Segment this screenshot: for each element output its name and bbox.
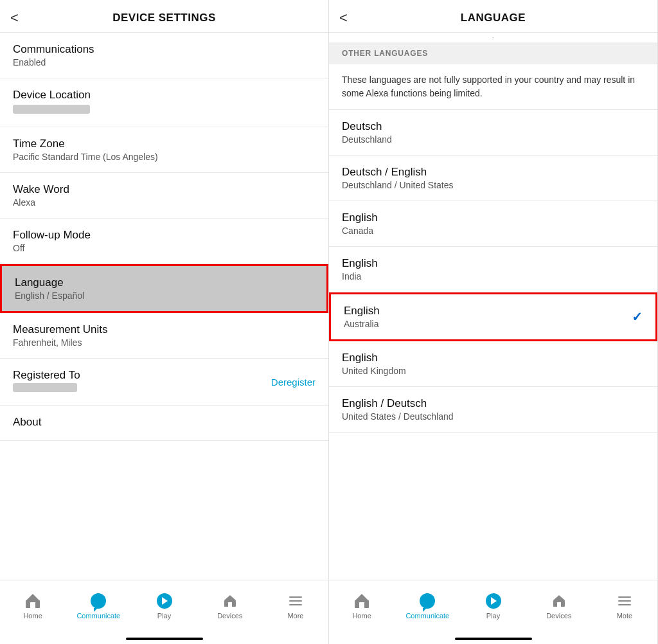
lang-english-uk-sub: United Kingdom [342,366,406,376]
communications-title: Communications [13,43,316,56]
device-location-title: Device Location [13,89,316,102]
settings-item-measurement-units[interactable]: Measurement Units Fahrenheit, Miles [0,313,328,359]
back-button-left[interactable]: < [10,10,19,26]
settings-item-wake-word[interactable]: Wake Word Alexa [0,173,328,219]
settings-item-language[interactable]: Language English / Español [0,264,328,313]
settings-item-about[interactable]: About [0,406,328,441]
lang-item-deutsch-english[interactable]: Deutsch / English Deutschland / United S… [329,156,657,201]
nav-devices-left[interactable]: Devices [197,593,263,620]
lang-english-australia-title: English [344,305,380,318]
nav-play-label-left: Play [157,612,171,620]
checkmark-icon: ✓ [632,309,643,325]
bottom-nav-left: Home Communicate Play Devices [0,580,328,638]
nav-home-label-left: Home [23,612,42,620]
settings-item-communications[interactable]: Communications Enabled [0,33,328,78]
nav-more-left[interactable]: More [263,593,328,620]
svg-rect-11 [557,602,561,607]
lang-english-canada-title: English [342,211,378,224]
language-title-header: LANGUAGE [461,12,526,24]
lang-item-english-india[interactable]: English India [329,247,657,292]
wake-word-title: Wake Word [13,183,316,196]
communications-subtitle: Enabled [13,57,316,67]
registered-to-value [13,383,77,392]
wake-word-subtitle: Alexa [13,197,316,208]
nav-home-right[interactable]: Home [329,593,395,620]
time-zone-subtitle: Pacific Standard Time (Los Angeles) [13,152,316,162]
device-settings-header: < DEVICE SETTINGS [0,0,328,33]
language-header: < LANGUAGE [329,0,657,33]
lang-english-deutsch-title: English / Deutsch [342,397,454,410]
other-languages-desc: These languages are not fully supported … [329,64,657,110]
communicate-icon-left [90,593,107,609]
svg-rect-2 [30,602,35,608]
about-title: About [13,416,316,429]
time-zone-title: Time Zone [13,138,316,150]
nav-devices-label-right: Devices [546,612,571,620]
lang-english-india-sub: India [342,271,378,282]
nav-play-right[interactable]: Play [460,593,526,620]
deregister-button[interactable]: Deregister [271,377,316,388]
more-icon-left [287,593,304,609]
measurement-units-subtitle: Fahrenheit, Miles [13,337,316,348]
nav-play-left[interactable]: Play [131,593,197,620]
nav-devices-right[interactable]: Devices [526,593,592,620]
svg-marker-1 [26,594,40,601]
nav-home-left[interactable]: Home [0,593,66,620]
home-bar-right [455,638,532,640]
devices-icon-right [551,593,567,609]
lang-deutsch-title: Deutsch [342,120,392,133]
lang-deutsch-english-title: Deutsch / English [342,166,454,179]
lang-deutsch-english-sub: Deutschland / United States [342,180,454,190]
svg-rect-5 [228,602,232,607]
nav-communicate-right[interactable]: Communicate [395,593,460,620]
nav-devices-label-left: Devices [217,612,242,620]
measurement-units-title: Measurement Units [13,323,316,336]
language-content: OTHER LANGUAGES These languages are not … [329,42,657,580]
other-languages-header: OTHER LANGUAGES [329,42,657,64]
communicate-icon-right [419,593,436,609]
lang-item-english-australia[interactable]: English Australia ✓ [329,292,657,341]
nav-communicate-label-left: Communicate [76,612,120,620]
home-bar-left [126,638,203,640]
language-subtitle: English / Español [15,291,314,301]
dot-indicator: · [329,33,657,42]
settings-item-time-zone[interactable]: Time Zone Pacific Standard Time (Los Ang… [0,127,328,173]
svg-marker-10 [553,595,565,600]
home-icon-left [24,593,41,609]
lang-item-deutsch[interactable]: Deutsch Deutschland [329,110,657,156]
nav-more-label-left: More [287,612,303,620]
device-settings-title: DEVICE SETTINGS [112,12,216,24]
nav-play-label-right: Play [486,612,500,620]
svg-marker-4 [224,595,236,600]
play-icon-right [485,593,502,609]
nav-more-label-right: Mote [617,612,632,620]
lang-deutsch-sub: Deutschland [342,134,392,145]
device-location-subtitle [13,105,90,114]
lang-item-english-deutsch[interactable]: English / Deutsch United States / Deutsc… [329,387,657,433]
settings-item-registered-to[interactable]: Registered To Deregister [0,359,328,406]
settings-item-follow-up-mode[interactable]: Follow-up Mode Off [0,219,328,264]
home-icon-right [353,593,370,609]
device-settings-content: Communications Enabled Device Location T… [0,33,328,580]
lang-english-uk-title: English [342,352,406,364]
lang-item-english-uk[interactable]: English United Kingdom [329,341,657,387]
nav-home-label-right: Home [352,612,371,620]
play-icon-left [156,593,173,609]
lang-english-deutsch-sub: United States / Deutschland [342,411,454,422]
svg-rect-8 [359,602,364,608]
back-button-right[interactable]: < [339,10,348,26]
lang-item-english-canada[interactable]: English Canada [329,201,657,247]
settings-item-device-location[interactable]: Device Location [0,78,328,127]
nav-communicate-label-right: Communicate [405,612,449,620]
devices-icon-left [222,593,238,609]
bottom-nav-right: Home Communicate Play Devices [329,580,657,638]
nav-communicate-left[interactable]: Communicate [66,593,131,620]
lang-english-australia-sub: Australia [344,319,380,329]
device-settings-panel: < DEVICE SETTINGS Communications Enabled… [0,0,329,644]
more-icon-right [616,593,633,609]
language-title: Language [15,276,314,289]
lang-english-canada-sub: Canada [342,226,378,236]
follow-up-mode-title: Follow-up Mode [13,229,316,242]
nav-more-right[interactable]: Mote [592,593,657,620]
follow-up-mode-subtitle: Off [13,243,316,253]
